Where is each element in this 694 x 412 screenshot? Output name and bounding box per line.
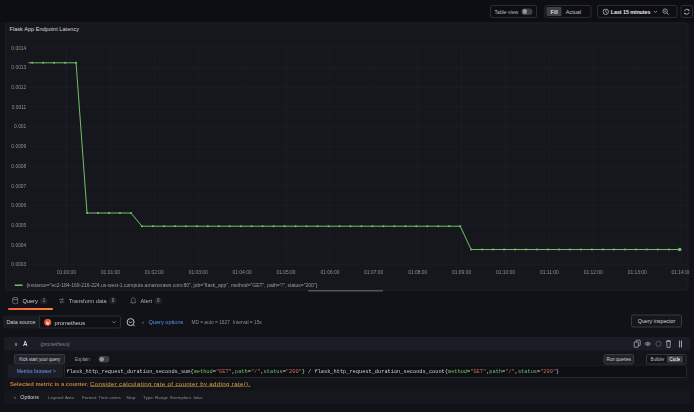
svg-text:0.0011: 0.0011	[12, 105, 27, 110]
svg-text:0.0014: 0.0014	[11, 46, 26, 51]
svg-text:0.0009: 0.0009	[11, 144, 26, 149]
svg-text:0.0007: 0.0007	[11, 184, 26, 189]
svg-text:01:12:00: 01:12:00	[584, 270, 603, 275]
svg-text:01:09:00: 01:09:00	[452, 270, 471, 275]
svg-text:0.0003: 0.0003	[11, 262, 26, 267]
svg-text:01:10:00: 01:10:00	[496, 270, 515, 275]
svg-text:0.0005: 0.0005	[11, 223, 26, 228]
svg-text:0.0004: 0.0004	[11, 243, 26, 248]
svg-text:01:00:00: 01:00:00	[57, 270, 76, 275]
svg-text:0.0006: 0.0006	[11, 203, 26, 208]
svg-text:01:07:00: 01:07:00	[364, 270, 383, 275]
svg-text:0.0013: 0.0013	[11, 65, 26, 70]
svg-text:01:01:00: 01:01:00	[101, 270, 120, 275]
svg-text:01:05:00: 01:05:00	[276, 270, 295, 275]
svg-text:0.0012: 0.0012	[11, 85, 26, 90]
svg-text:01:08:00: 01:08:00	[408, 270, 427, 275]
svg-text:01:13:00: 01:13:00	[628, 270, 647, 275]
svg-text:{instance="ec2-184-169-216-224: {instance="ec2-184-169-216-224.us-west-1…	[27, 282, 318, 288]
svg-text:01:03:00: 01:03:00	[189, 270, 208, 275]
svg-text:01:11:00: 01:11:00	[540, 270, 559, 275]
svg-text:01:06:00: 01:06:00	[320, 270, 339, 275]
svg-text:01:02:00: 01:02:00	[145, 270, 164, 275]
svg-text:01:04:00: 01:04:00	[233, 270, 252, 275]
svg-text:0.0008: 0.0008	[11, 164, 26, 169]
svg-text:01:14:00: 01:14:00	[672, 270, 690, 275]
svg-text:0.001: 0.001	[14, 124, 27, 129]
